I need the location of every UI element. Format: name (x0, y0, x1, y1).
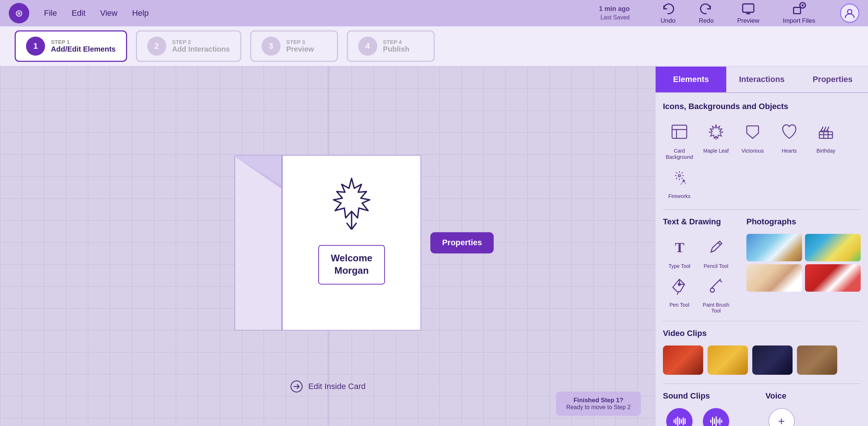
canvas-area[interactable]: WelcomeMorgan Properties Edit Inside Car… (0, 67, 656, 426)
photo-beach[interactable] (805, 234, 861, 261)
video-clip-2[interactable] (708, 345, 748, 375)
step-1-name: Add/Edit Elements (51, 45, 116, 53)
tab-elements[interactable]: Elements (656, 67, 726, 92)
welcome-text: WelcomeMorgan (331, 252, 372, 277)
video-clip-3[interactable] (752, 345, 793, 375)
import-files-button[interactable]: Import Files (778, 0, 820, 26)
hearts-label: Hearts (782, 148, 797, 154)
step-1-label: STEP 1 (51, 39, 116, 45)
tools-grid: T Type Tool (663, 234, 739, 314)
svg-line-30 (676, 178, 677, 179)
birthday-label: Birthday (816, 148, 835, 154)
svg-rect-4 (793, 7, 800, 14)
video-clips-row (663, 345, 861, 375)
card-main[interactable]: WelcomeMorgan Properties (282, 155, 421, 330)
topbar: ⊛ File Edit View Help 1 min ago Last Sav… (0, 0, 868, 26)
finish-line1: Finished Step 1? (566, 397, 631, 404)
step-4-label: STEP 4 (383, 39, 409, 45)
maple-leaf-svg (319, 172, 385, 238)
type-tool[interactable]: T Type Tool (663, 234, 696, 269)
svg-line-8 (352, 223, 357, 229)
steps-bar: 1 STEP 1 Add/Edit Elements 2 STEP 2 Add … (0, 26, 868, 67)
pencil-tool-label: Pencil Tool (704, 263, 728, 269)
card-container: WelcomeMorgan Properties (234, 155, 421, 330)
user-avatar[interactable] (840, 4, 859, 23)
photographs-title: Photographs (746, 217, 861, 227)
finish-line2: Ready to move to Step 2 (566, 404, 631, 411)
tab-interactions[interactable]: Interactions (726, 67, 797, 92)
sound-dramatic[interactable]: Dramatic (700, 408, 732, 426)
svg-point-19 (821, 130, 822, 132)
icon-maple-leaf[interactable]: Maple Leaf (700, 119, 732, 160)
menu-view[interactable]: View (100, 8, 117, 18)
svg-line-29 (682, 172, 683, 173)
step-4-name: Publish (383, 45, 409, 53)
photo-mountains[interactable] (746, 234, 802, 261)
sound-items: Happy (663, 408, 758, 426)
fireworks-icon (666, 164, 693, 190)
birthday-icon (813, 119, 839, 145)
svg-line-28 (682, 178, 683, 179)
edit-inside-card-button[interactable]: Edit Inside Card (290, 380, 366, 393)
pencil-tool[interactable]: Pencil Tool (700, 234, 732, 269)
icon-hearts[interactable]: Hearts (773, 119, 806, 160)
welcome-text-box[interactable]: WelcomeMorgan (318, 245, 385, 284)
video-clip-4[interactable] (797, 345, 837, 375)
video-clip-1[interactable] (663, 345, 703, 375)
hearts-icon (776, 119, 802, 145)
type-tool-icon: T (666, 234, 693, 260)
step-3-label: STEP 3 (286, 39, 314, 45)
maple-leaf-icon-thumb (703, 119, 729, 145)
properties-bubble[interactable]: Properties (430, 232, 494, 253)
victorious-icon (739, 119, 766, 145)
icons-section-title: Icons, Backgrounds and Objects (663, 102, 861, 111)
icon-birthday[interactable]: Birthday (809, 119, 842, 160)
step-1-number: 1 (26, 37, 45, 56)
divider-2 (663, 321, 861, 321)
text-drawing-photos: Text & Drawing T Type Tool (663, 217, 861, 314)
add-recording-button[interactable]: + Add recording (765, 408, 797, 426)
video-clips-title: Video Clips (663, 329, 861, 338)
menu-help[interactable]: Help (132, 8, 149, 18)
main-layout: WelcomeMorgan Properties Edit Inside Car… (0, 67, 868, 426)
logo-icon: ⊛ (15, 8, 23, 19)
menu-edit[interactable]: Edit (71, 8, 85, 18)
text-drawing-section: Text & Drawing T Type Tool (663, 217, 739, 314)
finish-step-button[interactable]: Finished Step 1? Ready to move to Step 2 (556, 392, 641, 416)
voice-title: Voice (765, 391, 861, 401)
redo-button[interactable]: Redo (694, 0, 718, 26)
svg-point-21 (827, 130, 828, 132)
logo[interactable]: ⊛ (9, 3, 29, 23)
icon-victorious[interactable]: Victorious (736, 119, 769, 160)
tab-properties[interactable]: Properties (797, 67, 868, 92)
save-info: 1 min ago Last Saved (599, 4, 630, 22)
svg-point-20 (824, 130, 825, 132)
paint-brush-tool-label: Paint Brush Tool (700, 302, 732, 314)
add-recording-icon: + (768, 408, 795, 426)
menu-file[interactable]: File (44, 8, 57, 18)
photos-grid (746, 234, 861, 292)
step-4[interactable]: 4 STEP 4 Publish (347, 30, 435, 62)
icon-fireworks[interactable]: Fireworks (663, 164, 696, 199)
type-tool-label: Type Tool (668, 263, 690, 269)
pen-tool-icon (666, 273, 693, 299)
photographs-section: Photographs (746, 217, 861, 314)
edit-inside-label: Edit Inside Card (308, 382, 366, 391)
text-drawing-title: Text & Drawing (663, 217, 739, 227)
sound-clips-title: Sound Clips (663, 391, 758, 401)
photo-gift[interactable] (805, 264, 861, 292)
preview-button[interactable]: Preview (733, 0, 764, 26)
paint-brush-tool[interactable]: Paint Brush Tool (700, 273, 732, 314)
step-2[interactable]: 2 STEP 2 Add Interactions (136, 30, 241, 62)
photo-cake[interactable] (746, 264, 802, 292)
undo-button[interactable]: Undo (656, 0, 680, 26)
svg-line-33 (718, 243, 720, 245)
step-1[interactable]: 1 STEP 1 Add/Edit Elements (15, 30, 127, 62)
icon-card-background[interactable]: Card Background (663, 119, 696, 160)
sound-happy[interactable]: Happy (663, 408, 696, 426)
sound-dramatic-icon (703, 408, 729, 426)
voice-section: Voice + Add recording (765, 391, 861, 426)
pen-tool[interactable]: Pen Tool (663, 273, 696, 314)
step-3[interactable]: 3 STEP 3 Preview (250, 30, 338, 62)
svg-line-27 (676, 172, 677, 173)
